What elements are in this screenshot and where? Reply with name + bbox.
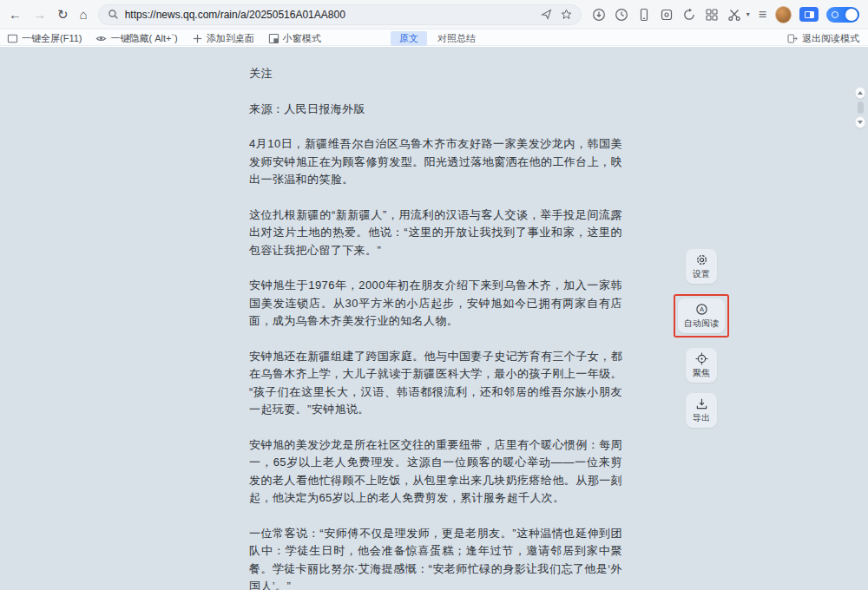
sidebar-badge-icon[interactable] xyxy=(799,7,819,22)
focus-label: 聚焦 xyxy=(693,367,710,379)
address-bar[interactable]: https://news.qq.com/rain/a/20250516A01AA… xyxy=(98,4,582,25)
export-button[interactable]: 导出 xyxy=(686,393,717,428)
article-paragraph: 这位扎根新疆的“新新疆人”，用流利的汉语与客人交谈，举手投足间流露出对这片土地的… xyxy=(249,206,622,260)
browser-window: ← → ↻ ⌂ https://news.qq.com/rain/a/20250… xyxy=(0,0,868,590)
screenshot-dropdown-icon[interactable]: ▾ xyxy=(746,10,750,18)
hide-label: 一键隐藏( Alt+`) xyxy=(110,32,177,45)
eye-icon xyxy=(95,33,107,44)
toolbar-icons: ▾ ≡ xyxy=(582,8,766,22)
fullscreen-button[interactable]: 一键全屏(F11) xyxy=(7,32,82,45)
small-window-button[interactable]: 小窗模式 xyxy=(268,32,321,45)
back-icon[interactable]: ← xyxy=(9,8,22,21)
export-icon xyxy=(695,397,708,410)
article-paragraph: 来源：人民日报海外版 xyxy=(249,101,622,119)
avatar[interactable] xyxy=(775,6,792,23)
update-icon[interactable] xyxy=(682,8,696,22)
network-toggle[interactable] xyxy=(826,7,859,23)
reading-tabs: 原文 对照总结 xyxy=(391,30,479,46)
settings-label: 设置 xyxy=(693,268,710,280)
add-desktop-label: 添加到桌面 xyxy=(207,32,254,45)
download-icon[interactable] xyxy=(592,8,606,22)
nav-buttons: ← → ↻ ⌂ xyxy=(0,8,98,21)
article-paragraph: 安钟旭还在新疆组建了跨国家庭。他与中国妻子史记芳育有三个子女，都在乌鲁木齐上学，… xyxy=(249,348,622,419)
settings-button[interactable]: 设置 xyxy=(686,249,717,284)
gear-icon xyxy=(695,253,708,266)
phone-icon[interactable] xyxy=(637,8,651,22)
miniapp-icon[interactable] xyxy=(660,8,674,22)
history-icon[interactable] xyxy=(615,8,628,22)
article-body: 关注 来源：人民日报海外版 4月10日，新疆维吾尔自治区乌鲁木齐市友好路一家美发… xyxy=(249,65,622,590)
plus-icon xyxy=(192,33,203,44)
reading-toolbar-left: 一键全屏(F11) 一键隐藏( Alt+`) 添加到桌面 xyxy=(7,30,321,46)
forward-icon[interactable]: → xyxy=(33,8,46,21)
url-text: https://news.qq.com/rain/a/20250516A01AA… xyxy=(125,9,535,21)
article-paragraph: 安钟旭生于1976年，2000年初在朋友介绍下来到乌鲁木齐，加入一家韩国美发连锁… xyxy=(249,277,622,331)
scrollbar xyxy=(855,87,865,128)
reading-content: 关注 来源：人民日报海外版 4月10日，新疆维吾尔自治区乌鲁木齐市友好路一家美发… xyxy=(0,47,868,590)
search-icon xyxy=(108,9,119,20)
exit-reading-label: 退出阅读模式 xyxy=(802,32,859,45)
reading-toolbar: 一键全屏(F11) 一键隐藏( Alt+`) 添加到桌面 xyxy=(0,30,868,46)
annotation-highlight-box: A 自动阅读 xyxy=(674,294,729,338)
article-paragraph: 安钟旭的美发沙龙是所在社区交往的重要纽带，店里有个暖心惯例：每周一，65岁以上老… xyxy=(249,436,622,508)
export-label: 导出 xyxy=(693,412,710,424)
tab-original[interactable]: 原文 xyxy=(391,31,427,46)
scroll-down-button[interactable] xyxy=(855,116,865,128)
focus-icon xyxy=(695,352,708,365)
menu-icon[interactable]: ≡ xyxy=(759,8,766,22)
article-paragraph: 关注 xyxy=(249,65,622,83)
scroll-up-button[interactable] xyxy=(855,87,865,99)
one-key-hide-button[interactable]: 一键隐藏( Alt+`) xyxy=(95,32,177,45)
screenshot-scissors-icon[interactable] xyxy=(727,8,741,22)
tab-compare-summary[interactable]: 对照总结 xyxy=(434,31,479,46)
auto-read-label: 自动阅读 xyxy=(684,318,719,330)
auto-read-button[interactable]: A 自动阅读 xyxy=(678,298,725,333)
apps-grid-icon[interactable] xyxy=(705,8,719,22)
exit-reading-icon xyxy=(786,33,798,44)
svg-text:A: A xyxy=(699,305,703,313)
article-paragraph: 一位常客说：“安师傅不仅是理发师，更是老朋友。”这种温情也延伸到团队中：学徒生日… xyxy=(249,525,622,590)
share-icon[interactable] xyxy=(541,9,552,20)
address-bar-actions xyxy=(541,9,572,20)
fullscreen-icon xyxy=(7,33,18,44)
reading-side-panel: 设置 A 自动阅读 xyxy=(674,249,729,428)
small-window-icon xyxy=(268,33,279,44)
home-icon[interactable]: ⌂ xyxy=(80,8,88,21)
toggle-knob xyxy=(845,9,858,21)
add-to-desktop-button[interactable]: 添加到桌面 xyxy=(192,32,254,45)
refresh-icon[interactable]: ↻ xyxy=(57,8,69,21)
exit-reading-button[interactable]: 退出阅读模式 xyxy=(786,30,859,46)
focus-button[interactable]: 聚焦 xyxy=(686,348,717,383)
browser-toolbar: ← → ↻ ⌂ https://news.qq.com/rain/a/20250… xyxy=(0,0,868,30)
small-window-label: 小窗模式 xyxy=(283,32,321,45)
article-paragraph: 4月10日，新疆维吾尔自治区乌鲁木齐市友好路一家美发沙龙内，韩国美发师安钟旭正在… xyxy=(249,135,622,189)
toggle-logo-icon xyxy=(832,11,838,18)
fullscreen-label: 一键全屏(F11) xyxy=(22,32,82,45)
auto-read-icon: A xyxy=(695,303,708,316)
bookmark-star-icon[interactable] xyxy=(561,9,572,20)
scrollbar-thumb[interactable] xyxy=(858,102,864,114)
